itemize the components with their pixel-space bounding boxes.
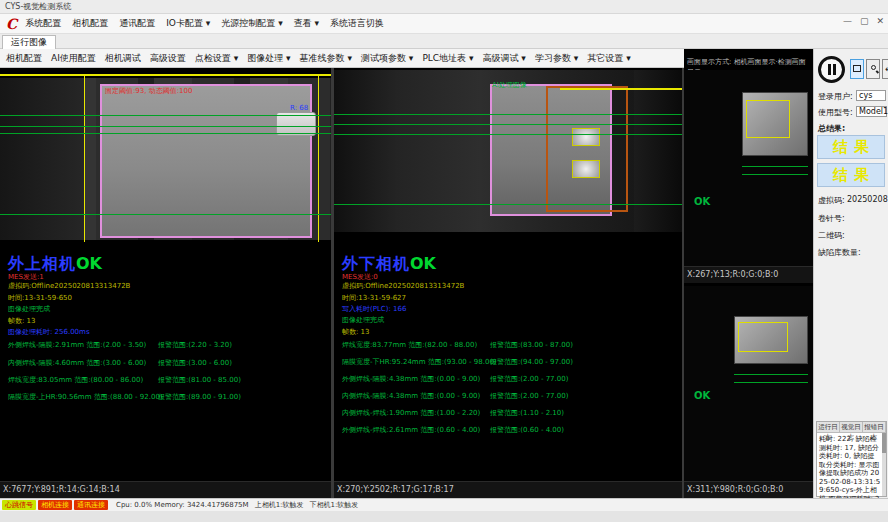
log-panel: 运行日志 视觉日志 报错日志 耗时: 222, 缺陷检测耗时: 17, 缺陷分类… [816,421,887,497]
alarm-range: 报警范围:(81.00 - 85.00) [158,375,241,385]
tool-spotcheck[interactable]: 点检设置 ▾ [195,52,238,65]
machine-frame-left [0,78,84,240]
defect-count-label: 缺陷库数量: [818,247,861,258]
app-logo-icon: C [6,16,17,32]
elapsed-label: 图像处理耗时: 256.00ms [8,327,90,337]
guide-line-yellow-v2 [318,74,319,242]
tool-advanced-debug[interactable]: 高级调试 ▾ [482,52,525,65]
pixel-coords-thumb2: X:311;Y:980;R:0;G:0;B:0 [684,481,813,498]
r-value-label: R: 68 [290,104,308,112]
zoom-tool-button[interactable] [866,59,880,79]
guide-line-yellow-top [0,74,331,76]
alarm-range: 报警范围:(0.60 - 4.00) [490,425,564,435]
log-tab-run[interactable]: 运行日志 [817,422,840,432]
barcode-label: 虚拟码:Offline2025020813313472B [8,281,130,291]
measure-row: 内侧焊线-焊线:1.90mm 范围:(1.00 - 2.20) [342,408,480,418]
camera-view-lower[interactable]: AI处理图像 外下相机OK MES发送:0 虚拟码:Offline2025020… [334,68,682,498]
tool-test-params[interactable]: 测试项参数 ▾ [361,52,413,65]
log-tab-vision[interactable]: 视觉日志 [840,422,863,432]
result-ok-label: OK [410,254,436,273]
tool-advanced-settings[interactable]: 高级设置 [150,52,186,65]
detected-feature [572,128,600,146]
result-box-1: 结果 [817,135,885,159]
thumbnail-view-1[interactable]: OK [684,70,813,266]
camera-view-upper[interactable]: 固定阈值:93, 动态阈值:100 R: 68 外上相机OK MES发送:1 虚… [0,68,331,498]
menu-light-config[interactable]: 光源控制配置 ▾ [221,17,282,30]
menu-language-switch[interactable]: 系统语言切换 [330,17,384,30]
camera-link-badge: 相机连接 [38,500,72,510]
measure-row: 焊线宽度:83.05mm 范围:(80.00 - 86.00) [8,375,143,385]
magnifier-icon [871,65,876,70]
measure-row: 焊线宽度:83.77mm 范围:(82.00 - 88.00) [342,340,477,350]
model-value[interactable]: Model1 [856,106,887,117]
menu-bar: C 系统配置 相机配置 通讯配置 IO卡配置 ▾ 光源控制配置 ▾ 查看 ▾ 系… [0,14,888,34]
thumbnail-column: 画面显示方式: 相机画面显示·检测画面显示 OK X:267;Y:13;R:0;… [684,49,813,498]
measure-line-green [334,114,682,115]
alarm-range: 报警范围:(83.00 - 87.00) [490,340,573,350]
pause-button[interactable] [818,56,845,83]
tab-run-image[interactable]: 运行图像 [2,35,56,49]
login-user-value[interactable]: cys [856,90,886,101]
sidebar: ↩ 登录用户: cys 使用型号: Model1 总结果: 结果 结果 虚拟码:… [813,49,888,498]
alarm-range: 报警范围:(2.20 - 3.20) [158,340,232,350]
pixel-coords-lower: X:270;Y:2502;R:17;G:17;B:17 [334,481,682,498]
thumbnail-view-2[interactable]: OK [684,286,813,481]
alarm-range: 报警范围:(2.00 - 77.00) [490,374,568,384]
model-label: 使用型号: [818,107,853,118]
camera-name-label: 外上相机 [8,254,76,273]
menu-comm-config[interactable]: 通讯配置 [119,17,155,30]
comm-link-badge: 通讯连接 [74,500,108,510]
processing-done-label: 图像处理完成 [342,315,384,325]
app-window: CYS-视觉检测系统 C 系统配置 相机配置 通讯配置 IO卡配置 ▾ 光源控制… [0,0,888,522]
measure-row: 内侧焊线-隔膜:4.60mm 范围:(3.00 - 6.00) [8,358,146,368]
guide-line-yellow-v1 [84,74,85,242]
return-button[interactable]: ↩ [882,59,888,79]
tool-camera-debug[interactable]: 相机调试 [105,52,141,65]
plc-elapsed-label: 写入耗时(PLC): 166 [342,304,406,314]
tool-ai-config[interactable]: AI使用配置 [51,52,96,65]
log-tab-strip: 运行日志 视觉日志 报错日志 [817,422,886,433]
tool-baseline-params[interactable]: 基准线参数 ▾ [300,52,352,65]
virtual-code-label: 虚拟码: [818,195,845,206]
heartbeat-badge: 心跳信号 [2,500,36,510]
display-mode-button[interactable] [850,59,864,79]
alarm-range: 报警范围:(1.10 - 2.10) [490,408,564,418]
measure-line-green [334,134,682,135]
tool-image-processing[interactable]: 图像处理 ▾ [247,52,290,65]
alarm-range: 报警范围:(89.00 - 91.00) [158,392,241,402]
menu-camera-config[interactable]: 相机配置 [72,17,108,30]
tool-learning-params[interactable]: 学习参数 ▾ [535,52,578,65]
camera-name-label: 外下相机 [342,254,410,273]
frame-count-label: 帧数: 13 [8,316,36,326]
processing-done-label: 图像处理完成 [8,304,50,314]
measure-line-green [742,174,808,175]
menu-view[interactable]: 查看 ▾ [294,17,319,30]
tool-plc-address[interactable]: PLC地址表 ▾ [422,52,473,65]
result-box-2: 结果 [817,163,885,187]
log-scrollbar-thumb[interactable] [882,433,886,453]
pixel-coords-upper: X:7677;Y:891;R:14;G:14;B:14 [0,481,331,498]
tool-camera-config[interactable]: 相机配置 [6,52,42,65]
detected-feature [572,160,600,178]
monitor-icon [853,65,861,72]
close-icon[interactable]: ✕ [876,16,884,26]
login-user-label: 登录用户: [818,91,853,102]
minimize-icon[interactable]: — [843,16,852,26]
virtual-code-value: 20250208 [847,195,888,204]
measure-row: 隔膜宽度-下HR:95.24mm 范围:(93.00 - 98.00) [342,357,497,367]
menu-io-config[interactable]: IO卡配置 ▾ [166,17,210,30]
maximize-icon[interactable]: ▢ [860,16,869,26]
alarm-range: 报警范围:(94.00 - 97.00) [490,357,573,367]
upper-camera-trigger-status: 上相机1:软触发 [255,500,304,510]
time-label: 时间:13-31-59-650 [8,293,72,303]
tool-other-settings[interactable]: 其它设置 ▾ [587,52,630,65]
frame-count-label: 帧数: 13 [342,327,370,337]
log-tab-error[interactable]: 报错日志 [863,422,886,432]
measure-line-green [334,124,682,125]
menu-system-config[interactable]: 系统配置 [25,17,61,30]
thumb1-annotation-box [746,100,790,138]
qr-code-label: 二维码: [818,230,845,241]
pixel-coords-thumb1: X:267;Y:13;R:0;G:0;B:0 [684,266,813,283]
thumb2-ok-label: OK [694,390,710,401]
lower-camera-trigger-status: 下相机1:软触发 [309,500,358,510]
